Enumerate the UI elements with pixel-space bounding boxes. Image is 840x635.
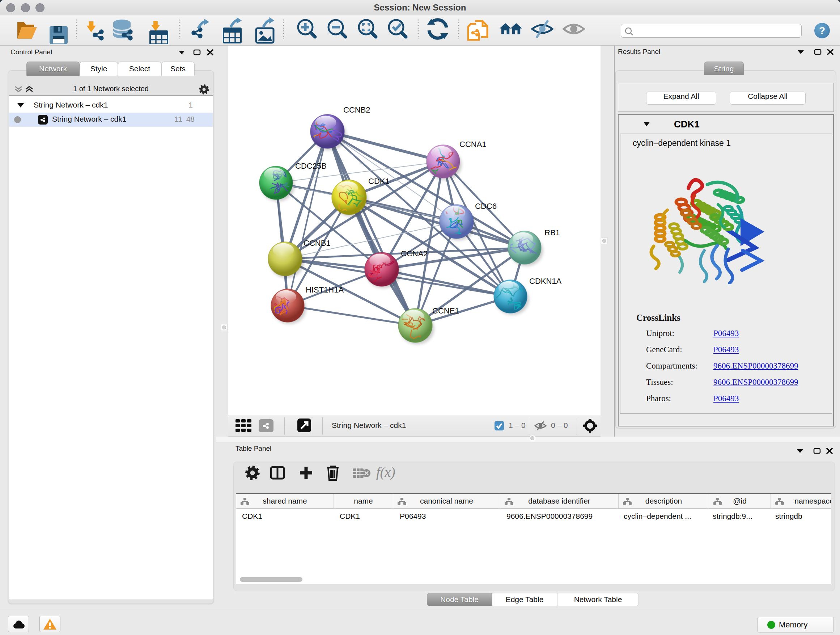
svg-text:CCNB2: CCNB2 xyxy=(343,105,370,114)
svg-text:HIST1H1A: HIST1H1A xyxy=(306,285,344,295)
svg-text:CDC6: CDC6 xyxy=(475,202,497,211)
svg-text:CCNA2: CCNA2 xyxy=(401,249,428,258)
svg-text:CCNB1: CCNB1 xyxy=(303,239,331,248)
svg-text:RB1: RB1 xyxy=(545,228,560,237)
svg-text:CCNE1: CCNE1 xyxy=(432,306,459,315)
svg-text:CDK1: CDK1 xyxy=(368,177,390,186)
svg-text:CDC25B: CDC25B xyxy=(295,162,327,171)
svg-text:CDKN1A: CDKN1A xyxy=(529,277,562,286)
svg-text:CCNA1: CCNA1 xyxy=(459,140,486,149)
